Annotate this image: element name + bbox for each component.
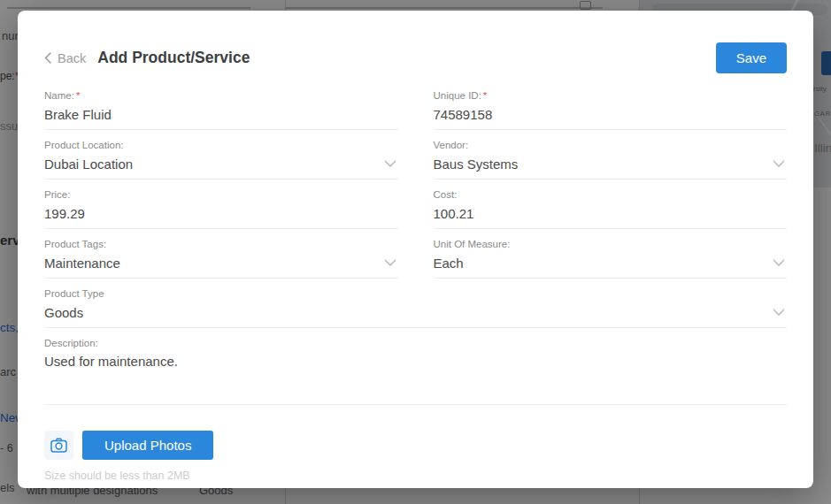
field-description: Description: Used for maintenance. [44, 337, 787, 405]
required-asterisk: * [483, 90, 487, 101]
description-value: Used for maintenance. [44, 354, 178, 369]
chevron-down-icon [773, 259, 785, 266]
modal-title: Add Product/Service [97, 49, 250, 67]
name-value: Brake Fluid [44, 107, 112, 122]
product-tags-label: Product Tags: [44, 238, 398, 250]
product-location-value: Dubai Location [44, 157, 133, 172]
vendor-label: Vendor: [434, 139, 788, 151]
cost-value: 100.21 [434, 206, 474, 221]
price-input[interactable]: 199.29 [44, 205, 398, 229]
upload-photos-button[interactable]: Upload Photos [82, 431, 213, 460]
product-type-label: Product Type [44, 287, 787, 300]
price-value: 199.29 [44, 206, 85, 221]
field-unit-of-measure: Unit Of Measure: Each [434, 238, 788, 279]
chevron-down-icon [773, 160, 785, 167]
field-product-location: Product Location: Dubai Location [44, 139, 398, 179]
back-label: Back [58, 51, 86, 65]
modal-header: Back Add Product/Service Save [44, 42, 787, 73]
product-location-label: Product Location: [44, 139, 398, 151]
back-button[interactable]: Back [44, 51, 86, 65]
chevron-down-icon [384, 160, 396, 167]
add-product-modal: Back Add Product/Service Save Name:* Bra… [18, 11, 813, 488]
unit-of-measure-value: Each [434, 256, 464, 271]
screen: nur pe:* ssue ervi cts, arc New - 6 els … [0, 0, 831, 504]
field-name: Name:* Brake Fluid [44, 89, 398, 130]
field-price: Price: 199.29 [44, 188, 398, 229]
upload-size-hint: Size should be less than 2MB [44, 470, 787, 482]
required-asterisk: * [76, 90, 80, 101]
product-form: Name:* Brake Fluid Unique ID:* 74589158 … [44, 89, 787, 414]
vendor-select[interactable]: Baus Systems [434, 156, 788, 179]
description-label: Description: [44, 337, 787, 349]
product-location-select[interactable]: Dubai Location [44, 156, 398, 179]
unique-id-label: Unique ID:* [434, 89, 788, 102]
cost-input[interactable]: 100.21 [434, 205, 788, 229]
product-tags-value: Maintenance [44, 256, 120, 271]
camera-icon [50, 438, 67, 453]
back-chevron-icon [44, 52, 51, 64]
field-unique-id: Unique ID:* 74589158 [434, 89, 788, 130]
price-label: Price: [44, 188, 398, 201]
save-button[interactable]: Save [716, 42, 787, 73]
photo-upload-row: Upload Photos [44, 431, 787, 460]
field-vendor: Vendor: Baus Systems [434, 139, 788, 179]
description-input[interactable]: Used for maintenance. [44, 354, 787, 405]
field-product-tags: Product Tags: Maintenance [44, 238, 398, 279]
unique-id-value: 74589158 [434, 107, 493, 122]
cost-label: Cost: [434, 188, 788, 201]
unit-of-measure-select[interactable]: Each [434, 255, 788, 279]
chevron-down-icon [384, 259, 396, 266]
field-product-type: Product Type Goods [44, 287, 787, 328]
unit-of-measure-label: Unit Of Measure: [434, 238, 788, 250]
field-cost: Cost: 100.21 [434, 188, 788, 229]
chevron-down-icon [773, 309, 785, 316]
vendor-value: Baus Systems [434, 157, 519, 172]
unique-id-input[interactable]: 74589158 [434, 106, 788, 130]
product-type-value: Goods [44, 305, 83, 320]
name-label: Name:* [44, 89, 398, 102]
camera-thumbnail-button[interactable] [44, 431, 73, 460]
product-tags-select[interactable]: Maintenance [44, 255, 398, 279]
product-type-select[interactable]: Goods [44, 304, 787, 328]
name-input[interactable]: Brake Fluid [44, 106, 398, 130]
